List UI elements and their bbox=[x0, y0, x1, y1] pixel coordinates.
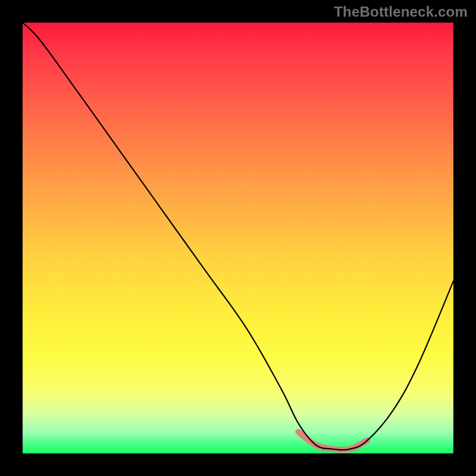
chart-frame: TheBottleneck.com bbox=[0, 0, 476, 476]
watermark-text: TheBottleneck.com bbox=[334, 4, 468, 20]
curve-layer bbox=[23, 23, 453, 453]
plot-area bbox=[23, 23, 453, 453]
bottleneck-curve bbox=[23, 23, 453, 450]
